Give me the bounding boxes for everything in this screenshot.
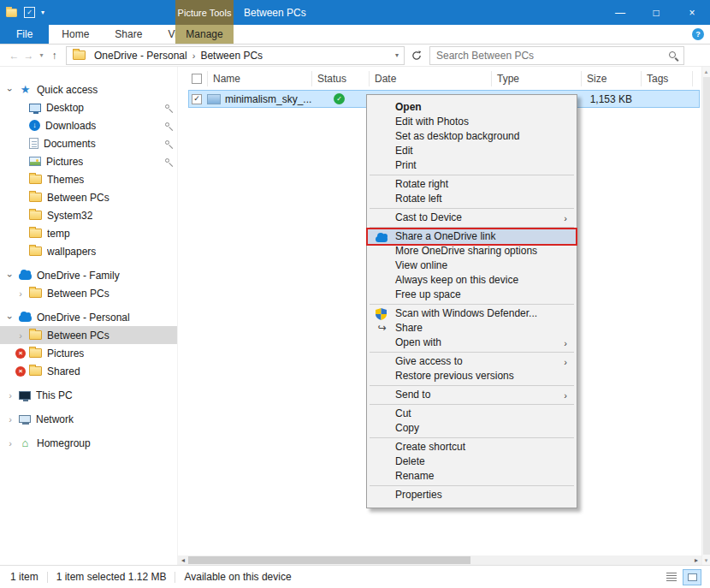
help-icon[interactable]: ? bbox=[692, 28, 704, 40]
column-header-type[interactable]: Type bbox=[492, 71, 582, 86]
ribbon-tab-home[interactable]: Home bbox=[49, 25, 102, 44]
explorer-app-icon[interactable] bbox=[6, 9, 17, 17]
vertical-scrollbar[interactable]: ▴ ▾ bbox=[701, 67, 710, 565]
menu-item-create-shortcut[interactable]: Create shortcut bbox=[368, 440, 576, 454]
thumbnail-view-button[interactable] bbox=[683, 569, 701, 585]
up-button[interactable]: ↑ bbox=[47, 50, 62, 62]
chevron-icon[interactable]: › bbox=[5, 270, 15, 281]
menu-item-restore-previous-versions[interactable]: Restore previous versions bbox=[368, 369, 576, 383]
column-header-name[interactable]: Name bbox=[208, 71, 312, 86]
refresh-button[interactable] bbox=[407, 46, 426, 65]
menu-item-send-to[interactable]: Send to› bbox=[368, 388, 576, 402]
ribbon-tab-manage[interactable]: Manage bbox=[175, 25, 234, 44]
breadcrumb-separator-icon[interactable]: › bbox=[190, 50, 198, 61]
column-header-date[interactable]: Date bbox=[370, 71, 492, 86]
menu-item-set-as-desktop-background[interactable]: Set as desktop background bbox=[368, 129, 576, 144]
close-button[interactable]: × bbox=[674, 0, 710, 25]
menu-item-view-online[interactable]: View online bbox=[368, 258, 576, 273]
menu-item-always-keep-on-this-device[interactable]: Always keep on this device bbox=[368, 273, 576, 288]
back-button[interactable]: ← bbox=[7, 50, 21, 62]
sidebar-item-desktop[interactable]: ›Desktop bbox=[0, 98, 177, 116]
ribbon-tab-share[interactable]: Share bbox=[102, 25, 155, 44]
ribbon-tab-file[interactable]: File bbox=[0, 25, 49, 44]
menu-item-give-access-to[interactable]: Give access to› bbox=[368, 354, 576, 369]
sidebar-item-pictures[interactable]: ×Pictures bbox=[0, 344, 177, 362]
menu-item-share[interactable]: ↪Share bbox=[368, 321, 576, 336]
sidebar-item-between-pcs[interactable]: ›Between PCs bbox=[0, 284, 177, 302]
menu-item-share-a-onedrive-link[interactable]: Share a OneDrive link bbox=[368, 229, 576, 244]
sidebar-item-shared[interactable]: ×Shared bbox=[0, 362, 177, 380]
chevron-icon[interactable]: › bbox=[5, 438, 15, 448]
menu-item-open-with[interactable]: Open with› bbox=[368, 336, 576, 350]
chevron-icon[interactable]: › bbox=[5, 414, 15, 425]
column-header-tags[interactable]: Tags bbox=[642, 71, 693, 86]
sidebar-item-onedrive-personal[interactable]: ›OneDrive - Personal bbox=[0, 308, 177, 326]
menu-item-delete[interactable]: Delete bbox=[368, 454, 576, 469]
quick-access-toolbar-icon[interactable]: ✓ bbox=[24, 7, 35, 18]
scroll-left-icon[interactable]: ◂ bbox=[178, 555, 188, 565]
sidebar-item-wallpapers[interactable]: ›wallpapers bbox=[0, 242, 177, 260]
select-all-checkbox[interactable] bbox=[190, 71, 208, 86]
recent-locations-chevron-icon[interactable]: ▾ bbox=[36, 51, 47, 59]
menu-item-edit[interactable]: Edit bbox=[368, 144, 576, 158]
chevron-icon[interactable]: › bbox=[15, 330, 26, 341]
column-header-size[interactable]: Size bbox=[582, 71, 642, 86]
address-dropdown-chevron-icon[interactable]: ▾ bbox=[395, 51, 400, 59]
menu-item-cut[interactable]: Cut bbox=[368, 407, 576, 421]
chevron-icon[interactable]: › bbox=[5, 390, 15, 401]
menu-item-rotate-right[interactable]: Rotate right bbox=[368, 177, 576, 192]
sidebar-item-between-pcs[interactable]: ›Between PCs bbox=[0, 326, 177, 344]
menu-item-label: Open with bbox=[395, 336, 441, 348]
breadcrumb-item-between-pcs[interactable]: Between PCs bbox=[198, 50, 265, 62]
customize-toolbar-chevron-icon[interactable]: ▾ bbox=[41, 9, 44, 16]
scroll-up-icon[interactable]: ▴ bbox=[705, 67, 708, 76]
menu-item-cast-to-device[interactable]: Cast to Device› bbox=[368, 211, 576, 225]
menu-item-print[interactable]: Print bbox=[368, 158, 576, 173]
menu-item-more-onedrive-sharing-options[interactable]: More OneDrive sharing options bbox=[368, 244, 576, 258]
menu-item-scan-with-windows-defender[interactable]: Scan with Windows Defender... bbox=[368, 306, 576, 321]
scroll-down-icon[interactable]: ▾ bbox=[705, 555, 708, 565]
folder-icon bbox=[73, 50, 86, 60]
menu-item-rotate-left[interactable]: Rotate left bbox=[368, 192, 576, 206]
sidebar-item-between-pcs[interactable]: ›Between PCs bbox=[0, 188, 177, 206]
search-icon[interactable] bbox=[669, 51, 676, 58]
search-box[interactable] bbox=[429, 46, 684, 65]
menu-item-open[interactable]: Open bbox=[368, 100, 576, 115]
horizontal-scrollbar-thumb[interactable] bbox=[188, 556, 470, 564]
sidebar-item-network[interactable]: ›Network bbox=[0, 410, 177, 428]
vertical-scrollbar-thumb[interactable] bbox=[703, 77, 710, 555]
column-header-status[interactable]: Status bbox=[312, 71, 370, 86]
menu-item-label: Rotate left bbox=[395, 193, 442, 205]
menu-item-rename[interactable]: Rename bbox=[368, 469, 576, 484]
sidebar-item-this-pc[interactable]: ›This PC bbox=[0, 386, 177, 404]
minimize-button[interactable]: — bbox=[602, 0, 638, 25]
details-view-button[interactable] bbox=[662, 569, 681, 585]
chevron-icon[interactable]: › bbox=[15, 288, 26, 299]
chevron-icon[interactable]: › bbox=[5, 85, 15, 95]
forward-button[interactable]: → bbox=[21, 50, 36, 62]
sidebar-item-documents[interactable]: ›Documents bbox=[0, 134, 177, 152]
sidebar-item-downloads[interactable]: ›↓Downloads bbox=[0, 116, 177, 134]
sidebar-item-onedrive-family[interactable]: ›OneDrive - Family bbox=[0, 266, 177, 284]
search-input[interactable] bbox=[430, 47, 683, 64]
sidebar-item-themes[interactable]: ›Themes bbox=[0, 170, 177, 188]
breadcrumb-item-onedrive-personal[interactable]: OneDrive - Personal bbox=[92, 50, 190, 62]
menu-item-label: Restore previous versions bbox=[395, 370, 514, 382]
sidebar-item-system32[interactable]: ›System32 bbox=[0, 206, 177, 224]
sidebar-item-quick-access[interactable]: ›★Quick access bbox=[0, 80, 177, 98]
pin-icon bbox=[165, 158, 169, 163]
address-bar[interactable]: OneDrive - Personal›Between PCs ▾ bbox=[66, 46, 405, 65]
menu-item-copy[interactable]: Copy bbox=[368, 421, 576, 436]
menu-item-properties[interactable]: Properties bbox=[368, 488, 576, 502]
scroll-right-icon[interactable]: ▸ bbox=[691, 555, 701, 565]
sidebar-item-homegroup[interactable]: ›⌂Homegroup bbox=[0, 434, 177, 452]
item-checkbox[interactable]: ✓ bbox=[192, 94, 202, 104]
picture-tools-tab[interactable]: Picture Tools bbox=[175, 0, 234, 25]
menu-item-free-up-space[interactable]: Free up space bbox=[368, 288, 576, 302]
menu-item-edit-with-photos[interactable]: Edit with Photos bbox=[368, 115, 576, 129]
maximize-button[interactable]: □ bbox=[638, 0, 674, 25]
sidebar-item-temp[interactable]: ›temp bbox=[0, 224, 177, 242]
chevron-icon[interactable]: › bbox=[5, 312, 15, 323]
sidebar-item-pictures[interactable]: ›Pictures bbox=[0, 152, 177, 170]
horizontal-scrollbar[interactable]: ◂ ▸ bbox=[178, 555, 701, 565]
